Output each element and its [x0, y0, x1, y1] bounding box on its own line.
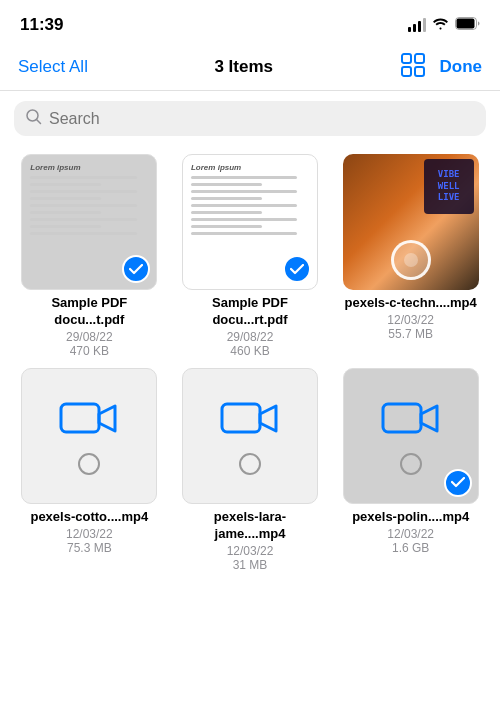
file-date: 12/03/22	[182, 544, 318, 558]
status-bar: 11:39	[0, 0, 500, 44]
file-date: 29/08/22	[21, 330, 157, 344]
battery-icon	[455, 16, 480, 34]
file-grid: Lorem ipsum Sample PDF docu...t.pdf 29/0	[0, 144, 500, 588]
file-name: Sample PDF docu...rt.pdf	[182, 295, 318, 329]
selected-badge	[122, 255, 150, 283]
svg-rect-11	[383, 404, 421, 432]
selected-badge	[444, 469, 472, 497]
file-thumbnail: Lorem ipsum	[21, 154, 157, 290]
signal-icon	[408, 18, 426, 32]
file-size: 55.7 MB	[343, 327, 479, 341]
done-button[interactable]: Done	[440, 57, 483, 77]
file-size: 75.3 MB	[21, 541, 157, 555]
file-info: Sample PDF docu...rt.pdf 29/08/22 460 KB	[182, 295, 318, 358]
file-date: 29/08/22	[182, 330, 318, 344]
file-date: 12/03/22	[21, 527, 157, 541]
video-camera-icon	[59, 396, 119, 447]
selected-badge	[283, 255, 311, 283]
file-size: 470 KB	[21, 344, 157, 358]
grid-view-button[interactable]	[400, 52, 426, 82]
search-input[interactable]	[49, 110, 474, 128]
svg-rect-3	[415, 54, 424, 63]
file-date: 12/03/22	[343, 313, 479, 327]
svg-rect-2	[402, 54, 411, 63]
file-date: 12/03/22	[343, 527, 479, 541]
file-thumbnail	[343, 368, 479, 504]
toolbar-right: Done	[400, 52, 483, 82]
list-item[interactable]: VIBEWELLLIVE pexels-c-techn....mp4 12/03…	[335, 154, 486, 358]
search-icon	[26, 109, 42, 128]
search-bar	[14, 101, 486, 136]
list-item[interactable]: Lorem ipsum Sample PDF docu...t.pdf 29/0	[14, 154, 165, 358]
svg-line-7	[37, 120, 41, 124]
file-thumbnail: Lorem ipsum	[182, 154, 318, 290]
toolbar-title: 3 Items	[214, 57, 273, 77]
file-info: pexels-polin....mp4 12/03/22 1.6 GB	[343, 509, 479, 555]
file-info: pexels-c-techn....mp4 12/03/22 55.7 MB	[343, 295, 479, 341]
file-info: Sample PDF docu...t.pdf 29/08/22 470 KB	[21, 295, 157, 358]
toolbar: Select All 3 Items Done	[0, 44, 500, 91]
file-thumbnail	[182, 368, 318, 504]
select-all-button[interactable]: Select All	[18, 57, 88, 77]
video-camera-icon	[381, 396, 441, 447]
svg-rect-9	[61, 404, 99, 432]
svg-point-8	[404, 253, 418, 267]
file-size: 31 MB	[182, 558, 318, 572]
status-icons	[408, 16, 480, 34]
file-size: 460 KB	[182, 344, 318, 358]
video-camera-icon	[220, 396, 280, 447]
list-item[interactable]: Lorem ipsum Sample PDF docu...rt.pdf 29/	[175, 154, 326, 358]
file-name: pexels-polin....mp4	[343, 509, 479, 526]
svg-rect-10	[222, 404, 260, 432]
status-time: 11:39	[20, 15, 63, 35]
svg-rect-5	[415, 67, 424, 76]
wifi-icon	[432, 16, 449, 34]
file-info: pexels-cotto....mp4 12/03/22 75.3 MB	[21, 509, 157, 555]
svg-rect-1	[457, 19, 475, 29]
file-name: pexels-lara-jame....mp4	[182, 509, 318, 543]
file-name: pexels-c-techn....mp4	[343, 295, 479, 312]
play-icon	[391, 240, 431, 280]
list-item[interactable]: pexels-cotto....mp4 12/03/22 75.3 MB	[14, 368, 165, 572]
file-name: pexels-cotto....mp4	[21, 509, 157, 526]
list-item[interactable]: pexels-lara-jame....mp4 12/03/22 31 MB	[175, 368, 326, 572]
file-name: Sample PDF docu...t.pdf	[21, 295, 157, 329]
file-info: pexels-lara-jame....mp4 12/03/22 31 MB	[182, 509, 318, 572]
file-thumbnail	[21, 368, 157, 504]
file-size: 1.6 GB	[343, 541, 479, 555]
list-item[interactable]: pexels-polin....mp4 12/03/22 1.6 GB	[335, 368, 486, 572]
svg-rect-4	[402, 67, 411, 76]
file-thumbnail: VIBEWELLLIVE	[343, 154, 479, 290]
